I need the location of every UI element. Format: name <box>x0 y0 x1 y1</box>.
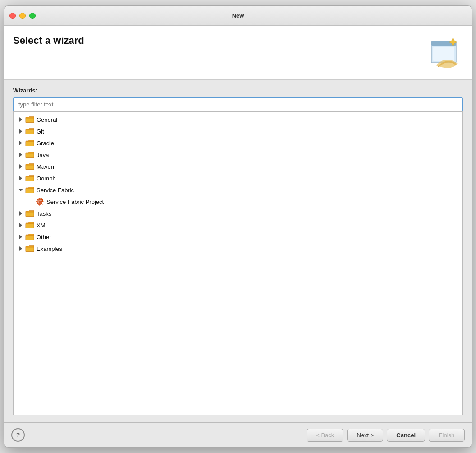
tree-item-other[interactable]: Other <box>14 231 462 243</box>
filter-input[interactable] <box>13 97 463 111</box>
minimize-button[interactable] <box>19 13 26 19</box>
folder-icon-gradle <box>25 139 34 147</box>
maximize-button[interactable] <box>29 13 36 19</box>
tree-item-sf-project[interactable]: Service Fabric Project <box>14 196 462 208</box>
tree-item-general[interactable]: General <box>14 114 462 125</box>
arrow-other <box>17 233 24 240</box>
tree-item-oomph[interactable]: Oomph <box>14 172 462 184</box>
arrow-tasks <box>17 210 24 217</box>
header-area: Select a wizard <box>4 26 472 80</box>
arrow-maven <box>17 163 24 170</box>
wizard-icon <box>427 33 463 69</box>
page-title: Select a wizard <box>13 35 84 46</box>
svg-point-7 <box>39 201 41 203</box>
tree-item-tasks[interactable]: Tasks <box>14 208 462 219</box>
close-button[interactable] <box>9 13 16 19</box>
folder-icon-tasks <box>25 210 34 217</box>
tree-label-other: Other <box>37 234 51 240</box>
arrow-oomph <box>17 175 24 182</box>
folder-icon-service-fabric <box>25 186 34 194</box>
folder-icon-git <box>25 128 34 135</box>
arrow-xml <box>17 222 24 229</box>
tree-label-gradle: Gradle <box>37 140 54 147</box>
arrow-gradle <box>17 139 24 147</box>
tree-label-general: General <box>37 116 57 123</box>
tree-label-java: Java <box>37 152 49 158</box>
tree-label-service-fabric: Service Fabric <box>37 187 74 194</box>
tree-item-maven[interactable]: Maven <box>14 161 462 172</box>
finish-button[interactable]: Finish <box>429 429 465 442</box>
arrow-general <box>17 116 24 123</box>
footer-left: ? <box>11 428 25 442</box>
service-fabric-project-icon <box>35 197 44 206</box>
folder-icon-xml <box>25 222 34 229</box>
back-button[interactable]: < Back <box>307 429 343 442</box>
arrow-git <box>17 128 24 135</box>
wizard-icon-svg <box>427 33 463 69</box>
folder-icon-oomph <box>25 175 34 182</box>
content-area: Wizards: General <box>4 80 472 422</box>
tree-item-xml[interactable]: XML <box>14 219 462 231</box>
folder-icon-maven <box>25 163 34 170</box>
folder-icon-general <box>25 116 34 123</box>
tree-label-git: Git <box>37 128 44 135</box>
arrow-examples <box>17 245 24 252</box>
folder-icon-other <box>25 233 34 240</box>
footer-buttons: < Back Next > Cancel Finish <box>307 429 465 442</box>
dialog-window: New Select a wizard Wi <box>4 5 472 448</box>
tree-label-sf-project: Service Fabric Project <box>46 199 104 205</box>
titlebar-buttons <box>9 13 36 19</box>
tree-label-oomph: Oomph <box>37 175 56 182</box>
tree-label-examples: Examples <box>37 245 62 252</box>
tree-label-maven: Maven <box>37 163 54 170</box>
tree-item-examples[interactable]: Examples <box>14 243 462 254</box>
help-button[interactable]: ? <box>11 428 25 442</box>
svg-rect-2 <box>433 47 454 61</box>
footer: ? < Back Next > Cancel Finish <box>4 422 472 447</box>
titlebar: New <box>4 6 472 26</box>
arrow-service-fabric <box>17 186 24 194</box>
cancel-button[interactable]: Cancel <box>387 429 425 442</box>
tree-label-tasks: Tasks <box>37 210 51 217</box>
wizards-label: Wizards: <box>13 87 463 94</box>
tree-item-service-fabric[interactable]: Service Fabric <box>14 184 462 196</box>
window-title: New <box>232 12 244 19</box>
next-button[interactable]: Next > <box>347 429 383 442</box>
tree-container[interactable]: General Git <box>13 111 463 415</box>
tree-label-xml: XML <box>37 222 49 229</box>
tree-item-java[interactable]: Java <box>14 149 462 161</box>
arrow-java <box>17 151 24 158</box>
tree-item-git[interactable]: Git <box>14 125 462 137</box>
folder-icon-examples <box>25 245 34 252</box>
folder-icon-java <box>25 151 34 158</box>
tree-item-gradle[interactable]: Gradle <box>14 137 462 149</box>
